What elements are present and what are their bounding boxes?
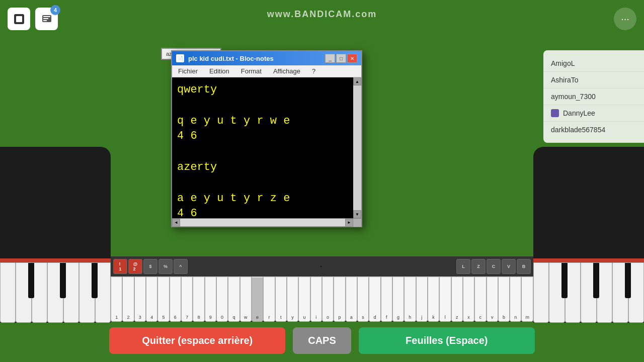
special-key-percent[interactable]: % [158,259,173,274]
piano-black-key[interactable] [561,263,568,298]
piano-white-key[interactable] [533,262,549,323]
piano-white-key[interactable] [0,262,16,323]
key-y[interactable]: y [287,277,298,322]
key-6[interactable]: 6 [170,277,181,322]
special-key-L[interactable]: L [456,259,470,274]
piano-white-key[interactable] [612,262,628,323]
key-c[interactable]: c [474,277,486,322]
key-o[interactable]: o [322,277,334,322]
key-d[interactable]: d [369,277,380,322]
key-g[interactable]: g [392,277,404,322]
piano-black-key[interactable] [625,263,631,298]
key-s[interactable]: s [357,277,369,322]
key-w[interactable]: w [240,277,252,322]
record-icon[interactable] [8,8,30,30]
key-7[interactable]: 7 [181,277,193,322]
key-label: 6 [174,315,177,320]
special-key-C[interactable]: C [487,259,501,274]
key-9[interactable]: 9 [205,277,216,322]
key-h[interactable]: h [404,277,416,322]
close-button[interactable]: ✕ [347,54,357,63]
notepad-text: qwerty q e y u t y r w e 4 6 azerty a e … [177,82,351,218]
piano-white-key[interactable] [581,262,596,323]
key-b[interactable]: b [498,277,510,322]
scroll-left-arrow[interactable]: ◄ [172,219,180,227]
piano-white-key[interactable] [549,262,565,323]
key-3[interactable]: 3 [134,277,146,322]
key-x[interactable]: x [463,277,474,322]
menu-icon[interactable]: ··· [614,8,636,30]
menu-help[interactable]: ? [310,66,317,76]
scroll-track[interactable] [353,85,361,210]
special-key-at[interactable]: @2 [128,259,142,274]
scrollbar-right[interactable]: ▲ ▼ [353,77,361,218]
quit-button[interactable]: Quitter (espace arrière) [109,327,285,354]
key-q[interactable]: q [228,277,239,322]
key-2[interactable]: 2 [122,277,134,322]
notification-icon[interactable]: 4 [35,8,58,30]
player-icon [551,109,559,117]
key-label: l [445,315,446,320]
notepad-icon: 📄 [176,54,184,62]
special-key-V[interactable]: V [502,259,516,274]
special-key-dollar[interactable]: $ [143,259,157,274]
special-key-exclaim[interactable]: !1 [113,259,127,274]
key-label: 4 [150,315,153,320]
menu-fichier[interactable]: Fichier [176,66,200,76]
notepad-content[interactable]: qwerty q e y u t y r w e 4 6 azerty a e … [172,77,361,218]
key-m[interactable]: m [521,277,533,322]
svg-rect-1 [16,16,22,22]
special-key-caret[interactable]: ^ [174,259,188,274]
key-label: i [315,315,316,320]
keyboard-white-keys: 1 2 3 4 5 6 7 8 9 0 q w e r t y u i o p … [111,277,533,322]
key-i[interactable]: i [310,277,322,322]
piano-white-key[interactable] [47,262,63,323]
menu-format[interactable]: Format [239,66,264,76]
key-5[interactable]: 5 [157,277,169,322]
key-k[interactable]: k [428,277,439,322]
key-label: 9 [209,315,212,320]
scroll-down-arrow[interactable]: ▼ [353,210,361,218]
menu-edition[interactable]: Edition [207,66,231,76]
minimize-button[interactable]: _ [325,54,335,63]
key-p[interactable]: p [334,277,345,322]
piano-black-key[interactable] [92,263,98,298]
key-z[interactable]: z [451,277,463,322]
piano-deco-right [533,147,644,323]
scroll-track-h[interactable] [180,219,345,226]
piano-black-key[interactable] [60,263,66,298]
key-label: q [232,315,235,320]
piano-white-key[interactable] [16,262,31,323]
key-v[interactable]: v [487,277,498,322]
scroll-up-arrow[interactable]: ▲ [353,77,361,85]
special-key-B[interactable]: B [517,259,531,274]
menu-affichage[interactable]: Affichage [271,66,302,76]
notepad-menubar: Fichier Edition Format Affichage ? [172,65,361,77]
key-j[interactable]: j [416,277,428,322]
key-1[interactable]: 1 [111,277,122,322]
key-f[interactable]: f [381,277,392,322]
key-0[interactable]: 0 [216,277,228,322]
content-line-3: 4 6 [177,129,351,144]
key-8[interactable]: 8 [193,277,204,322]
caps-button[interactable]: CAPS [293,327,351,354]
key-r[interactable]: r [263,277,275,322]
maximize-button[interactable]: □ [336,54,346,63]
key-e[interactable]: e [252,277,263,322]
key-a[interactable]: a [346,277,357,322]
key-4[interactable]: 4 [146,277,157,322]
key-t[interactable]: t [275,277,287,322]
special-key-Z[interactable]: Z [471,259,486,274]
scroll-right-arrow[interactable]: ► [345,219,353,227]
piano-white-key[interactable] [79,262,95,323]
key-l[interactable]: l [439,277,451,322]
scrollbar-bottom[interactable]: ◄ ► [172,218,361,226]
piano-black-key[interactable] [593,263,599,298]
key-u[interactable]: u [298,277,310,322]
key-n[interactable]: n [510,277,521,322]
piano-black-key[interactable] [28,263,34,298]
leaves-button[interactable]: Feuilles (Espace) [359,327,535,354]
player-item: aymoun_7300 [543,88,644,105]
top-left-icons: 4 [8,8,58,30]
player-name: AmigoL [551,59,575,67]
